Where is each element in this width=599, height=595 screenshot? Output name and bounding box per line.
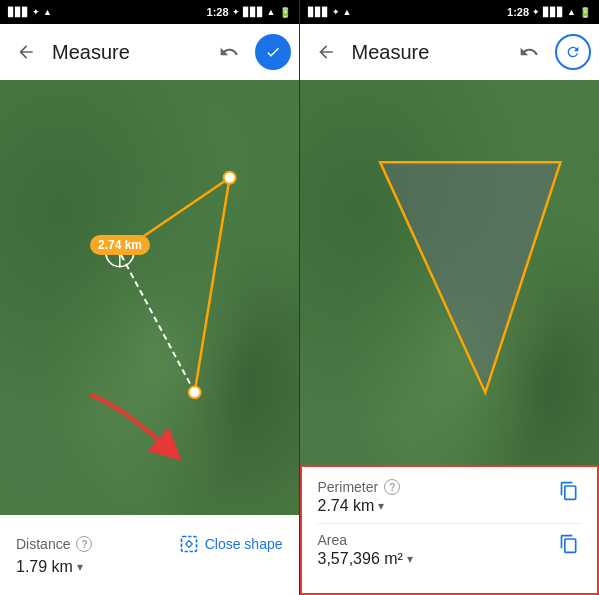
left-panel: ▊▊▊ ✦ ▲ 1:28 ✦ ▊▊▊ ▲ 🔋 Measure	[0, 0, 300, 595]
right-bluetooth-icon: ✦	[532, 7, 540, 17]
right-bottom-bar: Perimeter ? 2.74 km ▾ Area	[300, 465, 600, 595]
perimeter-label: Perimeter	[318, 479, 379, 495]
distance-bubble: 2.74 km	[90, 235, 150, 255]
right-status-right: 1:28 ✦ ▊▊▊ ▲ 🔋	[507, 6, 591, 18]
close-shape-icon	[179, 534, 199, 554]
perimeter-row: Perimeter ? 2.74 km ▾	[318, 479, 582, 515]
right-wifi-icon: ✦	[332, 7, 340, 17]
right-battery-icon: 🔋	[579, 7, 591, 18]
left-map[interactable]: 2.74 km	[0, 80, 299, 515]
right-time: 1:28	[507, 6, 529, 18]
left-wifi-icon: ✦	[32, 7, 40, 17]
right-map-background	[300, 80, 600, 515]
left-back-button[interactable]	[8, 34, 44, 70]
left-distance-chevron[interactable]: ▾	[77, 560, 83, 574]
perimeter-chevron[interactable]: ▾	[378, 499, 384, 513]
left-undo-button[interactable]	[211, 34, 247, 70]
right-undo-button[interactable]	[511, 34, 547, 70]
left-signal-icon: ▊▊▊	[8, 7, 29, 17]
left-data-right-icon: ▲	[267, 7, 276, 17]
left-status-left: ▊▊▊ ✦ ▲	[8, 7, 52, 17]
left-signal-right-icon: ▊▊▊	[243, 7, 264, 17]
perimeter-copy-button[interactable]	[557, 479, 581, 503]
right-data-icon: ▲	[343, 7, 352, 17]
perimeter-label-group: Perimeter ?	[318, 479, 558, 495]
close-shape-label: Close shape	[205, 536, 283, 552]
right-refresh-button[interactable]	[555, 34, 591, 70]
left-distance-help[interactable]: ?	[76, 536, 92, 552]
area-chevron[interactable]: ▾	[407, 552, 413, 566]
left-title: Measure	[52, 41, 203, 64]
left-distance-value-group: 1.79 km ▾	[16, 558, 283, 576]
left-confirm-button[interactable]	[255, 34, 291, 70]
right-signal-right-icon: ▊▊▊	[543, 7, 564, 17]
left-time: 1:28	[207, 6, 229, 18]
right-back-button[interactable]	[308, 34, 344, 70]
area-value-group: 3,57,396 m² ▾	[318, 550, 558, 568]
area-value: 3,57,396 m²	[318, 550, 403, 568]
area-label: Area	[318, 532, 348, 548]
close-shape-button[interactable]: Close shape	[179, 534, 283, 554]
right-title: Measure	[352, 41, 504, 64]
right-data-right-icon: ▲	[567, 7, 576, 17]
left-distance-value: 1.79 km	[16, 558, 73, 576]
right-status-bar: ▊▊▊ ✦ ▲ 1:28 ✦ ▊▊▊ ▲ 🔋	[300, 0, 600, 24]
left-status-bar: ▊▊▊ ✦ ▲ 1:28 ✦ ▊▊▊ ▲ 🔋	[0, 0, 299, 24]
right-signal-icon: ▊▊▊	[308, 7, 329, 17]
perimeter-help[interactable]: ?	[384, 479, 400, 495]
right-top-bar: Measure	[300, 24, 600, 80]
perimeter-value: 2.74 km	[318, 497, 375, 515]
left-map-background	[0, 80, 299, 515]
right-map[interactable]	[300, 80, 600, 515]
right-panel: ▊▊▊ ✦ ▲ 1:28 ✦ ▊▊▊ ▲ 🔋 Measure	[300, 0, 600, 595]
left-bluetooth-icon: ✦	[232, 7, 240, 17]
perimeter-value-group: 2.74 km ▾	[318, 497, 558, 515]
right-status-left: ▊▊▊ ✦ ▲	[308, 7, 352, 17]
left-status-right: 1:28 ✦ ▊▊▊ ▲ 🔋	[207, 6, 291, 18]
left-distance-label: Distance	[16, 536, 70, 552]
area-copy-button[interactable]	[557, 532, 581, 556]
area-label-group: Area	[318, 532, 558, 548]
left-data-icon: ▲	[43, 7, 52, 17]
area-row: Area 3,57,396 m² ▾	[318, 532, 582, 568]
metrics-divider	[318, 523, 582, 524]
left-bottom-bar: Distance ? Close shape 1.79 km ▾	[0, 515, 299, 595]
svg-rect-10	[181, 537, 196, 552]
left-bottom-row1: Distance ? Close shape	[16, 534, 283, 554]
left-battery-icon: 🔋	[279, 7, 291, 18]
left-top-bar: Measure	[0, 24, 299, 80]
left-distance-label-group: Distance ?	[16, 536, 92, 552]
